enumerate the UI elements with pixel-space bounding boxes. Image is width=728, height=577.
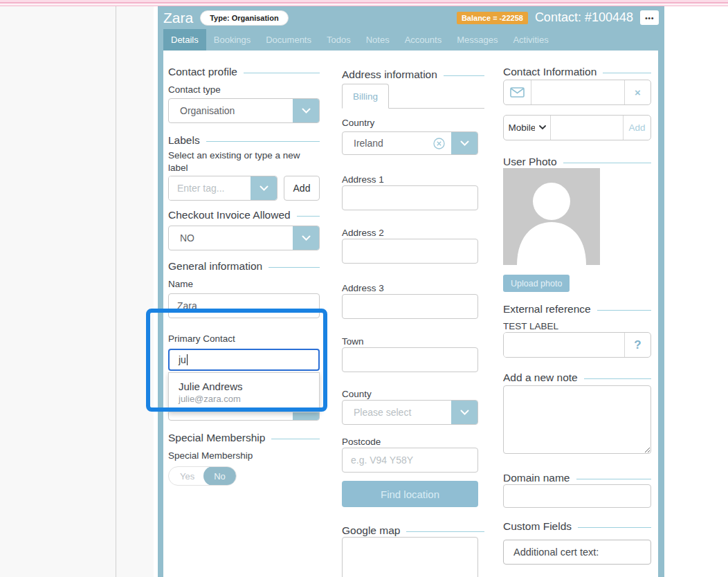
phone-input[interactable] bbox=[551, 116, 623, 140]
contact-type-badge: Type: Organisation bbox=[200, 10, 288, 26]
email-input[interactable] bbox=[531, 80, 624, 104]
add-phone-button[interactable]: Add bbox=[623, 116, 650, 140]
card-header: Zara Type: Organisation Balance = -22258… bbox=[158, 6, 664, 29]
heading-rule bbox=[206, 141, 320, 142]
chevron-down-icon[interactable] bbox=[251, 176, 277, 200]
custom-field-box[interactable]: Additional cert text: bbox=[503, 540, 651, 565]
more-options-button[interactable]: ••• bbox=[640, 10, 659, 25]
contact-type-select[interactable]: Organisation bbox=[168, 98, 320, 123]
clear-email-button[interactable]: × bbox=[624, 80, 650, 104]
special-membership-toggle[interactable]: Yes No bbox=[168, 466, 237, 486]
name-input[interactable] bbox=[168, 293, 320, 318]
note-textarea[interactable] bbox=[503, 385, 651, 454]
left-column: Contact profile Contact type Organisatio… bbox=[168, 51, 320, 486]
toggle-yes-option[interactable]: Yes bbox=[169, 471, 203, 482]
text-cursor bbox=[187, 354, 188, 365]
contact-information-heading: Contact Information bbox=[503, 66, 651, 78]
contact-card: Zara Type: Organisation Balance = -22258… bbox=[158, 6, 664, 577]
google-map-container[interactable] bbox=[342, 537, 478, 577]
upload-photo-button[interactable]: Upload photo bbox=[503, 275, 570, 292]
contact-profile-heading: Contact profile bbox=[168, 66, 320, 78]
special-membership-heading: Special Membership bbox=[168, 432, 320, 444]
page: Zara Type: Organisation Balance = -22258… bbox=[0, 0, 728, 577]
phone-type-select[interactable]: Mobile bbox=[504, 116, 551, 140]
tab-todos[interactable]: Todos bbox=[319, 29, 358, 51]
checkout-invoice-select[interactable]: NO bbox=[168, 226, 320, 250]
external-reference-input[interactable] bbox=[504, 333, 624, 357]
address2-input[interactable] bbox=[342, 239, 478, 264]
chevron-down-icon bbox=[539, 125, 546, 130]
tag-input[interactable] bbox=[169, 176, 251, 200]
address1-input[interactable] bbox=[342, 185, 478, 210]
email-field-group: × bbox=[503, 80, 651, 105]
tab-accounts[interactable]: Accounts bbox=[397, 29, 449, 51]
person-silhouette-icon bbox=[503, 168, 600, 265]
suggestion-name: Julie Andrews bbox=[169, 373, 319, 394]
primary-contact-field: ju Julie Andrews julie@zara.com bbox=[168, 349, 320, 371]
tab-messages[interactable]: Messages bbox=[449, 29, 505, 51]
details-content: Contact profile Contact type Organisatio… bbox=[163, 51, 658, 577]
autocomplete-dropdown: Julie Andrews julie@zara.com bbox=[168, 372, 320, 412]
heading-rule bbox=[297, 216, 320, 217]
add-tag-button[interactable]: Add bbox=[284, 176, 320, 201]
address1-label: Address 1 bbox=[342, 174, 484, 185]
top-pink-bar bbox=[0, 0, 728, 6]
chevron-down-icon[interactable] bbox=[451, 132, 477, 154]
find-location-button[interactable]: Find location bbox=[342, 481, 478, 507]
google-map-heading: Google map bbox=[342, 524, 484, 537]
tab-bookings[interactable]: Bookings bbox=[206, 29, 258, 51]
county-select[interactable]: Please select bbox=[342, 400, 478, 425]
help-button[interactable]: ? bbox=[624, 333, 650, 357]
address2-label: Address 2 bbox=[342, 228, 484, 239]
tab-details[interactable]: Details bbox=[163, 29, 206, 51]
right-column: Contact Information × Mobile Add bbox=[503, 51, 651, 565]
heading-rule bbox=[563, 163, 651, 163]
tab-documents[interactable]: Documents bbox=[258, 29, 319, 51]
heading-rule bbox=[584, 378, 651, 379]
heading-rule bbox=[578, 527, 651, 528]
postcode-label: Postcode bbox=[342, 437, 484, 448]
tab-billing[interactable]: Billing bbox=[342, 84, 389, 109]
chevron-down-icon[interactable] bbox=[293, 99, 319, 122]
phone-field-group: Mobile Add bbox=[503, 115, 651, 140]
envelope-icon bbox=[504, 80, 531, 104]
address-tab-bar: Billing bbox=[342, 84, 484, 109]
vertical-divider bbox=[116, 6, 116, 577]
clear-country-icon[interactable] bbox=[433, 138, 445, 149]
tab-activities[interactable]: Activities bbox=[505, 29, 556, 51]
heading-rule bbox=[269, 267, 320, 268]
domain-name-heading: Domain name bbox=[503, 472, 651, 484]
chevron-down-icon[interactable] bbox=[451, 401, 477, 424]
heading-rule bbox=[244, 73, 320, 73]
primary-contact-input[interactable]: ju bbox=[168, 349, 320, 371]
address3-label: Address 3 bbox=[342, 283, 484, 294]
chevron-down-icon[interactable] bbox=[293, 226, 319, 250]
external-reference-heading: External reference bbox=[503, 303, 651, 315]
external-reference-group: ? bbox=[503, 332, 651, 358]
suggestion-email: julie@zara.com bbox=[169, 394, 319, 412]
balance-badge: Balance = -22258 bbox=[457, 12, 528, 24]
toggle-no-option[interactable]: No bbox=[203, 466, 236, 486]
country-select[interactable]: Ireland bbox=[342, 131, 478, 155]
add-note-heading: Add a new note bbox=[503, 372, 651, 384]
county-label: County bbox=[342, 389, 484, 400]
town-input[interactable] bbox=[342, 347, 478, 372]
address3-input[interactable] bbox=[342, 294, 478, 319]
tab-bar: Details Bookings Documents Todos Notes A… bbox=[158, 29, 664, 51]
town-label: Town bbox=[342, 336, 484, 347]
middle-column: Address information Billing Country Irel… bbox=[342, 51, 484, 577]
domain-name-input[interactable] bbox=[503, 484, 651, 508]
primary-contact-label: Primary Contact bbox=[168, 333, 320, 345]
tag-combobox[interactable] bbox=[168, 176, 277, 201]
special-membership-label: Special Membership bbox=[168, 450, 320, 461]
postcode-input[interactable] bbox=[342, 448, 478, 473]
country-label: Country bbox=[342, 118, 484, 129]
address-information-heading: Address information bbox=[342, 68, 484, 81]
heading-rule bbox=[444, 75, 484, 76]
suggestion-item[interactable]: Julie Andrews julie@zara.com bbox=[169, 373, 319, 412]
tab-notes[interactable]: Notes bbox=[358, 29, 397, 51]
checkout-invoice-heading: Checkout Invoice Allowed bbox=[168, 209, 320, 221]
left-background-panel bbox=[0, 6, 154, 577]
custom-fields-heading: Custom Fields bbox=[503, 520, 651, 533]
user-photo-heading: User Photo bbox=[503, 156, 651, 168]
